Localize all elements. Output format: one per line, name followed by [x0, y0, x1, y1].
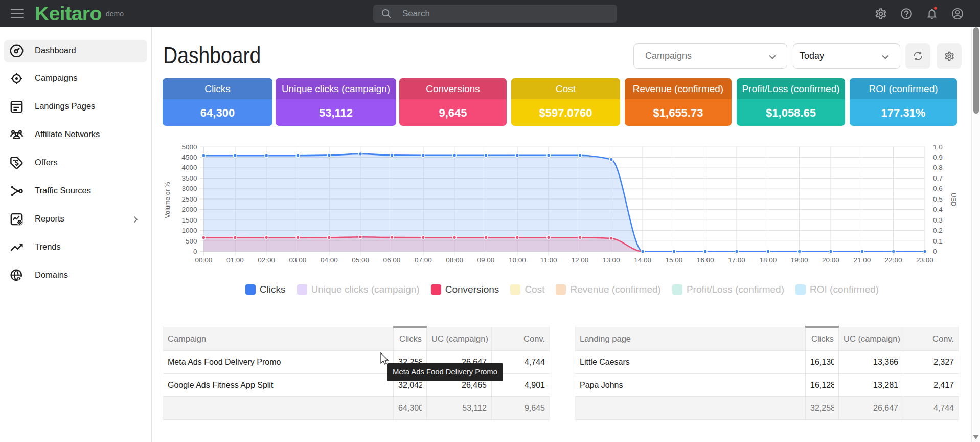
- svg-text:14:00: 14:00: [634, 256, 651, 264]
- svg-text:23:00: 23:00: [916, 256, 933, 264]
- svg-text:4500: 4500: [181, 153, 197, 161]
- svg-text:21:00: 21:00: [853, 256, 871, 264]
- svg-text:11:00: 11:00: [540, 256, 557, 264]
- svg-text:0: 0: [933, 248, 937, 255]
- svg-text:08:00: 08:00: [446, 256, 463, 264]
- svg-text:USD: USD: [950, 193, 957, 206]
- svg-text:00:00: 00:00: [195, 256, 213, 264]
- svg-text:500: 500: [186, 237, 197, 245]
- svg-text:1000: 1000: [181, 227, 197, 234]
- svg-text:3000: 3000: [181, 185, 197, 192]
- svg-text:18:00: 18:00: [760, 256, 777, 264]
- svg-text:15:00: 15:00: [666, 256, 683, 264]
- svg-text:0.5: 0.5: [933, 195, 943, 203]
- svg-text:17:00: 17:00: [728, 256, 745, 264]
- svg-text:Volume or %: Volume or %: [164, 182, 171, 218]
- svg-text:09:00: 09:00: [477, 256, 495, 264]
- svg-text:0.2: 0.2: [933, 227, 943, 234]
- svg-text:19:00: 19:00: [791, 256, 808, 264]
- svg-text:0.3: 0.3: [933, 216, 943, 224]
- svg-text:0.8: 0.8: [933, 164, 943, 171]
- svg-text:0.4: 0.4: [933, 206, 943, 213]
- svg-text:4000: 4000: [181, 164, 197, 171]
- svg-text:10:00: 10:00: [509, 256, 526, 264]
- svg-text:20:00: 20:00: [822, 256, 839, 264]
- svg-text:0: 0: [193, 248, 197, 255]
- svg-text:2000: 2000: [181, 206, 197, 213]
- svg-text:5000: 5000: [181, 143, 197, 151]
- svg-text:03:00: 03:00: [289, 256, 307, 264]
- svg-text:06:00: 06:00: [383, 256, 401, 264]
- svg-text:2500: 2500: [181, 195, 197, 203]
- svg-text:0.1: 0.1: [933, 237, 943, 245]
- svg-text:1.0: 1.0: [933, 143, 943, 151]
- svg-text:12:00: 12:00: [572, 256, 589, 264]
- svg-text:0.9: 0.9: [933, 153, 943, 161]
- svg-text:05:00: 05:00: [352, 256, 369, 264]
- svg-text:0.6: 0.6: [933, 185, 943, 192]
- svg-text:16:00: 16:00: [697, 256, 714, 264]
- svg-text:22:00: 22:00: [885, 256, 902, 264]
- svg-text:07:00: 07:00: [415, 256, 432, 264]
- svg-text:3500: 3500: [181, 174, 197, 182]
- svg-text:01:00: 01:00: [226, 256, 244, 264]
- svg-text:13:00: 13:00: [603, 256, 620, 264]
- svg-text:1500: 1500: [181, 216, 197, 224]
- svg-text:04:00: 04:00: [321, 256, 338, 264]
- svg-text:0.7: 0.7: [933, 174, 943, 182]
- svg-text:02:00: 02:00: [258, 256, 275, 264]
